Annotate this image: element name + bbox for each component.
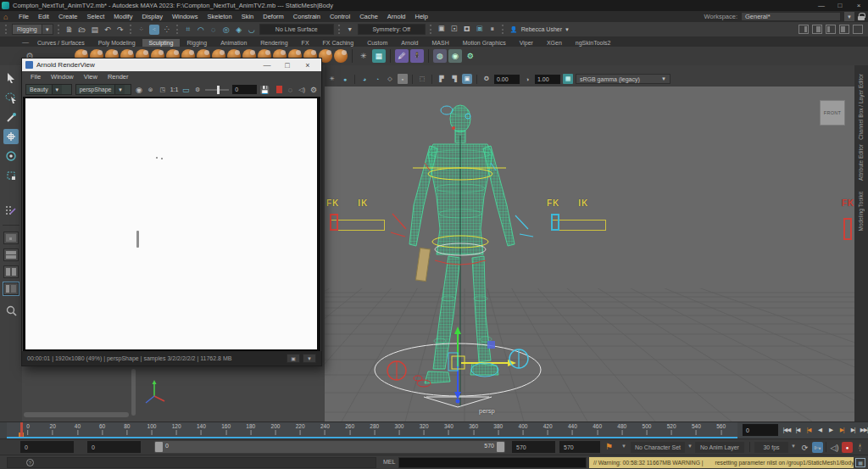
convert-grid-icon[interactable]: ▦	[372, 49, 386, 63]
grip-handle[interactable]	[58, 25, 60, 34]
shelf-tab[interactable]: Sculpting	[142, 39, 181, 47]
fps-select[interactable]: 30 fps	[754, 442, 788, 453]
gate-mask-icon[interactable]: ◇	[385, 74, 395, 84]
playback-button[interactable]: ◀	[815, 423, 825, 436]
horizontal-scrollbar[interactable]	[24, 412, 129, 417]
make-live-icon[interactable]: ◡	[247, 25, 257, 35]
snap-projected-icon[interactable]: ◎	[221, 25, 231, 35]
mel-label[interactable]: MEL	[383, 459, 395, 465]
playback-button[interactable]: |◀◀	[782, 423, 792, 436]
fkik-handle-right[interactable]	[551, 214, 559, 231]
playback-end-field[interactable]: 570	[512, 441, 555, 453]
timeline-tick[interactable]: 480	[617, 423, 626, 435]
save-image-icon[interactable]: 💾	[260, 85, 270, 95]
timeline-tick[interactable]: 520	[667, 423, 676, 435]
fkik-handle-edge[interactable]	[843, 218, 852, 240]
timeline-tick[interactable]: 460	[593, 423, 602, 435]
shelf-tab[interactable]: Arnold	[394, 39, 425, 47]
playback-button[interactable]: ▶|	[848, 423, 858, 436]
bookmark-icon[interactable]: ⚑	[605, 442, 613, 451]
grip-handle[interactable]	[5, 25, 8, 34]
minimize-button[interactable]: —	[812, 2, 831, 9]
perspective-viewport[interactable]: ✳ ● ◕ ◔ ◇ ▪ ⬚ ▛ ▜ ▣ ✪ 0.00 ◑ 1.00 ▦ sRGB…	[325, 65, 854, 422]
menu-item[interactable]: File	[25, 73, 46, 81]
shelf-tab[interactable]: MASH	[426, 39, 456, 47]
gamma-icon[interactable]: ◑	[522, 74, 532, 84]
recording-icon[interactable]: ●	[842, 442, 853, 453]
tab-attribute-editor[interactable]: Attribute Editor	[858, 144, 864, 181]
toggle-channelbox-icon[interactable]	[798, 25, 809, 34]
grip-handle[interactable]	[338, 25, 341, 34]
playback-button[interactable]: ▶|	[837, 423, 847, 436]
snapshot-icon[interactable]: ▣	[287, 354, 300, 363]
time-slider[interactable]: 0 20 40 60 80 100 12	[0, 422, 868, 438]
menu-item[interactable]: Help	[410, 13, 432, 20]
grip-handle[interactable]	[430, 25, 432, 34]
settings-gear-icon[interactable]: ⚙	[309, 85, 318, 95]
scale-tool-icon[interactable]	[3, 168, 19, 183]
redo-icon[interactable]: ↷	[115, 25, 125, 35]
range-start-handle[interactable]	[155, 442, 163, 452]
refresh-render-icon[interactable]: ◌	[286, 85, 294, 95]
script-editor-icon[interactable]: ▦	[855, 458, 865, 467]
debug-gear-icon[interactable]: ⚙	[193, 85, 202, 95]
exposure-field[interactable]: 0.00	[494, 75, 520, 84]
minimize-button[interactable]: —	[257, 61, 277, 70]
select-component-icon[interactable]: ⁛	[162, 25, 172, 35]
render-canvas[interactable]	[23, 97, 320, 351]
timeline-tick[interactable]: 40	[75, 423, 81, 435]
menu-item[interactable]: Window	[46, 73, 79, 81]
help-icon[interactable]: ?	[26, 459, 34, 466]
shelf-tab[interactable]: FX	[295, 39, 316, 47]
debug-value-field[interactable]: 0	[232, 85, 257, 94]
timeline-tick[interactable]: 240	[320, 423, 330, 435]
move-tool-icon[interactable]	[3, 129, 19, 144]
menu-item[interactable]: Edit	[34, 13, 54, 20]
timeline-tick[interactable]: 200	[271, 423, 281, 435]
layout-four-pane-button[interactable]	[3, 248, 19, 261]
timeline-tick[interactable]: 320	[420, 423, 429, 435]
select-object-icon[interactable]: ⁖	[149, 25, 159, 35]
menu-item[interactable]: Skeleton	[203, 13, 236, 20]
timeline-tick[interactable]: 500	[643, 423, 652, 435]
arnold-title-bar[interactable]: Arnold RenderView — □ ×	[22, 59, 321, 71]
timeline-tick[interactable]: 120	[172, 423, 181, 435]
camera-select[interactable]: perspShape ▼	[75, 84, 131, 95]
menu-item[interactable]: Control	[325, 13, 354, 20]
wireframe-on-shaded-icon[interactable]: ▣	[462, 74, 472, 84]
notifications-icon[interactable]: ◁)	[298, 85, 306, 95]
menu-set-select[interactable]: Rigging ▼	[12, 24, 53, 35]
viewport-canvas[interactable]: FKIK FKIK FK FRONT persp	[325, 87, 854, 422]
maximize-button[interactable]: □	[831, 2, 849, 9]
snap-grid-icon[interactable]: ⌗	[183, 25, 193, 35]
timeline-tick[interactable]: 380	[493, 423, 503, 435]
character-set-select[interactable]: No Character Set	[631, 442, 685, 453]
grip-handle[interactable]	[176, 25, 179, 34]
texture-sphere-icon[interactable]: ◍	[433, 49, 447, 63]
timeline-tick[interactable]: 440	[568, 423, 577, 435]
shelf-tab[interactable]: Curves / Surfaces	[31, 39, 92, 47]
fkik-slider-left[interactable]	[331, 220, 385, 231]
timeline-tick[interactable]: 220	[296, 423, 305, 435]
menu-item[interactable]: Windows	[168, 13, 203, 20]
animation-end-field[interactable]: 570	[559, 441, 600, 453]
arnold-renderview-window[interactable]: Arnold RenderView — □ × FileWindowViewRe…	[21, 58, 322, 366]
chevron-down-icon[interactable]: ▼	[844, 12, 854, 21]
toggle-outliner-icon[interactable]	[839, 25, 849, 34]
ipr-render-icon[interactable]: 🞔	[449, 25, 459, 35]
current-time-marker[interactable]	[20, 422, 23, 437]
shelf-tab[interactable]: Viper	[513, 39, 540, 47]
mirror-body-icon[interactable]: 🕴	[410, 49, 424, 63]
range-slider[interactable]: 0 570	[154, 441, 505, 453]
warning-message[interactable]: // Warning: 00:58:32 11667MB WARNING | r…	[589, 457, 854, 468]
snap-point-icon[interactable]: ◌	[209, 25, 219, 35]
display-settings-icon[interactable]: 🞖	[475, 25, 485, 35]
auto-keyframe-icon[interactable]: 🗝	[812, 442, 823, 453]
toggle-attribute-editor-icon[interactable]	[812, 25, 822, 34]
lasso-tool-icon[interactable]	[3, 90, 19, 105]
open-scene-icon[interactable]: 🗁	[77, 25, 87, 35]
shelf-tab[interactable]: Rendering	[253, 39, 294, 47]
playback-button[interactable]: |◀	[793, 423, 803, 436]
toolkit-gear-icon[interactable]: ⚙	[464, 49, 477, 63]
paused-viewport-icon[interactable]: ⏸	[487, 25, 498, 35]
